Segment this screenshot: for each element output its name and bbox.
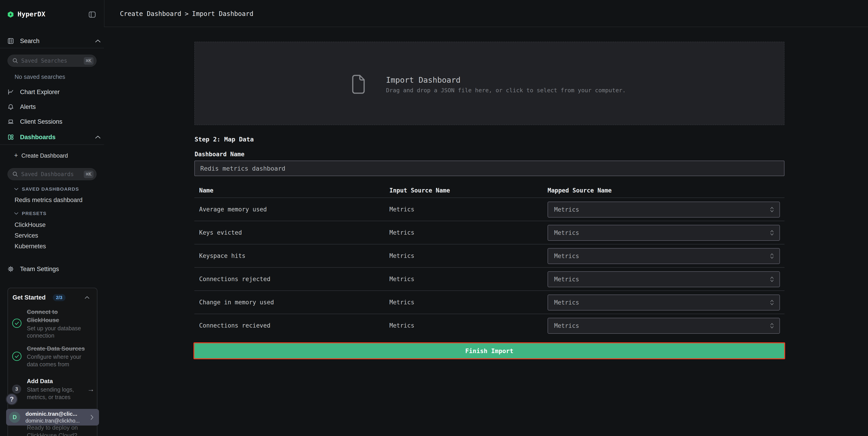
row-input-source: Metrics bbox=[390, 299, 414, 306]
presets-section-label: PRESETS bbox=[22, 211, 46, 216]
import-dropzone[interactable]: Import Dashboard Drag and drop a JSON fi… bbox=[194, 42, 784, 125]
check-circle-icon bbox=[12, 318, 22, 328]
dropzone-title: Import Dashboard bbox=[386, 76, 461, 85]
check-circle-icon bbox=[12, 351, 22, 361]
avatar: D bbox=[9, 412, 20, 423]
plus-icon: + bbox=[14, 152, 18, 159]
sidebar-item-clickhouse[interactable]: ClickHouse bbox=[14, 222, 46, 229]
row-input-source: Metrics bbox=[390, 275, 414, 283]
select-chevrons-icon bbox=[770, 230, 774, 236]
client-sessions-label: Client Sessions bbox=[20, 118, 62, 125]
client-sessions-laptop-icon bbox=[7, 118, 14, 125]
row-name: Change in memory used bbox=[199, 299, 274, 306]
search-section-icon bbox=[7, 38, 14, 44]
user-chip-chevron-right-icon bbox=[91, 415, 94, 420]
breadcrumb-import-dashboard[interactable]: Import Dashboard bbox=[192, 10, 253, 18]
gs-item1-desc-line2: connection bbox=[27, 332, 54, 339]
saved-searches-kbd: ⌘K bbox=[84, 57, 94, 65]
gs-item4-title-line2: ClickHouse Cloud? bbox=[27, 432, 77, 436]
row-input-source: Metrics bbox=[390, 206, 414, 213]
help-button[interactable]: ? bbox=[6, 393, 18, 405]
search-chevron-up-icon bbox=[95, 40, 101, 42]
alerts-bell-icon bbox=[7, 104, 14, 110]
breadcrumb-create-dashboard[interactable]: Create Dashboard bbox=[120, 10, 181, 18]
get-started-progress-badge: 2/3 bbox=[53, 294, 66, 301]
sidebar-item-dashboards[interactable]: Dashboards bbox=[0, 130, 104, 144]
user-email: dominic.tran@clickho... bbox=[26, 418, 80, 424]
saved-dashboards-section-label: SAVED DASHBOARDS bbox=[22, 186, 79, 192]
row-input-source: Metrics bbox=[390, 253, 414, 259]
gs-item1-desc-line1: Set up your database bbox=[27, 325, 81, 332]
select-chevrons-icon bbox=[770, 253, 774, 259]
team-settings-label: Team Settings bbox=[20, 266, 59, 273]
saved-searches-input[interactable] bbox=[21, 55, 76, 66]
presets-section-header[interactable]: PRESETS bbox=[0, 208, 104, 219]
finish-import-button[interactable]: Finish Import bbox=[193, 342, 785, 359]
user-name: dominic.tran@clic... bbox=[26, 411, 77, 417]
select-chevrons-icon bbox=[770, 206, 774, 213]
row-name: Connections recieved bbox=[199, 322, 270, 329]
saved-dashboards-kbd: ⌘K bbox=[84, 171, 94, 178]
sidebar-item-search[interactable]: Search bbox=[0, 34, 104, 48]
select-chevrons-icon bbox=[770, 276, 774, 283]
sidebar-item-chart-explorer[interactable]: Chart Explorer bbox=[0, 85, 104, 99]
get-started-title: Get Started bbox=[12, 294, 46, 301]
gs-item3-title[interactable]: Add Data bbox=[27, 378, 53, 385]
dashboard-name-label: Dashboard Name bbox=[194, 151, 244, 157]
saved-dashboards-section-header[interactable]: SAVED DASHBOARDS bbox=[0, 183, 104, 195]
gear-icon bbox=[7, 266, 14, 272]
sidebar-item-alerts[interactable]: Alerts bbox=[0, 99, 104, 114]
saved-searches-search[interactable]: ⌘K bbox=[7, 55, 96, 67]
mapped-source-select[interactable]: Metrics bbox=[548, 225, 780, 241]
gs-item2-desc-line2: data comes from bbox=[27, 361, 69, 368]
mapped-source-select[interactable]: Metrics bbox=[548, 318, 780, 334]
mapped-source-select[interactable]: Metrics bbox=[548, 294, 780, 311]
dashboard-name-field[interactable] bbox=[194, 161, 784, 176]
table-header-mapped-source: Mapped Source Name bbox=[548, 187, 612, 194]
sidebar-item-kubernetes[interactable]: Kubernetes bbox=[14, 243, 46, 250]
dashboards-chevron-up-icon bbox=[95, 136, 101, 139]
sidebar: HyperDX Search ⌘K No saved searches Char… bbox=[0, 0, 104, 436]
file-icon bbox=[352, 75, 365, 94]
sidebar-item-services[interactable]: Services bbox=[14, 232, 38, 239]
saved-dashboards-input[interactable] bbox=[21, 168, 76, 180]
gs-item2-desc-line1: Configure where your bbox=[27, 353, 81, 360]
sidebar-item-client-sessions[interactable]: Client Sessions bbox=[0, 114, 104, 129]
create-dashboard-label: Create Dashboard bbox=[21, 152, 68, 159]
saved-dashboards-search[interactable]: ⌘K bbox=[7, 168, 96, 180]
dashboard-name-input[interactable] bbox=[200, 161, 769, 176]
sidebar-item-redis-dashboard[interactable]: Redis metrics dashboard bbox=[14, 197, 83, 204]
mapped-source-select[interactable]: Metrics bbox=[548, 271, 780, 287]
sidebar-divider-2 bbox=[0, 144, 104, 145]
section-chevron-down-icon bbox=[14, 188, 19, 191]
select-chevrons-icon bbox=[770, 323, 774, 329]
mapped-source-select[interactable]: Metrics bbox=[548, 248, 780, 264]
user-chip[interactable]: D dominic.tran@clic... dominic.tran@clic… bbox=[6, 409, 99, 426]
create-dashboard-button[interactable]: + Create Dashboard bbox=[0, 148, 104, 163]
dashboards-label: Dashboards bbox=[20, 134, 56, 141]
alerts-label: Alerts bbox=[20, 104, 36, 111]
gs-item3-desc-line1: Start sending logs, bbox=[27, 386, 74, 393]
row-input-source: Metrics bbox=[390, 229, 414, 236]
row-name: Average memory used bbox=[199, 206, 267, 213]
sidebar-divider-1 bbox=[0, 48, 104, 48]
finish-import-label: Finish Import bbox=[465, 347, 513, 354]
gs-item3-arrow-icon[interactable]: → bbox=[87, 385, 94, 394]
table-header-name: Name bbox=[199, 187, 214, 194]
row-name: Keyspace hits bbox=[199, 253, 246, 259]
get-started-chevron-up-icon[interactable] bbox=[85, 296, 89, 299]
step-label: Step 2: Map Data bbox=[194, 136, 254, 143]
table-header-rule bbox=[194, 198, 784, 198]
collapse-sidebar-icon[interactable] bbox=[89, 11, 96, 18]
chart-explorer-icon bbox=[7, 89, 14, 95]
breadcrumb: Create Dashboard>Import Dashboard bbox=[120, 10, 253, 18]
gs-item1-title-line2: ClickHouse bbox=[27, 317, 59, 324]
dropzone-subtitle: Drag and drop a JSON file here, or click… bbox=[386, 87, 626, 94]
mapped-source-select[interactable]: Metrics bbox=[548, 202, 780, 217]
sidebar-item-team-settings[interactable]: Team Settings bbox=[0, 262, 104, 276]
gs-item3-desc-line2: metrics, or traces bbox=[27, 394, 70, 401]
search-label: Search bbox=[20, 37, 40, 45]
no-saved-searches-note: No saved searches bbox=[14, 74, 65, 80]
select-chevrons-icon bbox=[770, 299, 774, 306]
app-title: HyperDX bbox=[18, 10, 45, 18]
